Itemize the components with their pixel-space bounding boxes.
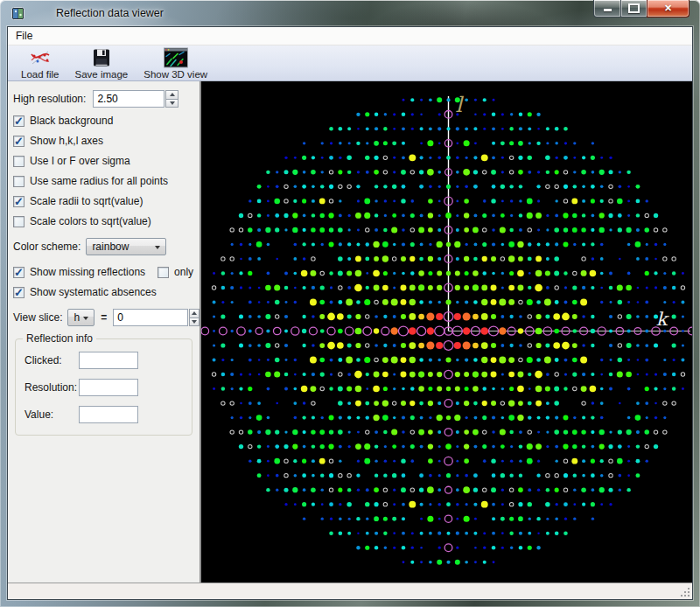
missing-only-checkbox[interactable] xyxy=(158,267,169,278)
statusbar xyxy=(8,583,692,599)
view-slice-axis-select[interactable]: h xyxy=(67,309,94,326)
color-scheme-select[interactable]: rainbow xyxy=(86,238,166,255)
value-field[interactable] xyxy=(79,406,138,423)
checkbox-label: Scale colors to sqrt(value) xyxy=(30,215,151,227)
resolution-field[interactable] xyxy=(79,379,138,396)
reflection-info-title: Reflection info xyxy=(23,332,96,345)
checkbox-scale-radii[interactable]: Scale radii to sqrt(value) xyxy=(13,195,200,207)
color-scheme-label: Color scheme: xyxy=(13,241,80,253)
i-over-sigma-checkbox[interactable] xyxy=(13,156,24,167)
equals-sign: = xyxy=(101,311,107,324)
checkbox-label: Show h,k,l axes xyxy=(30,135,103,147)
checkbox-show-missing[interactable]: Show missing reflections only xyxy=(13,266,200,278)
menubar: File xyxy=(8,27,692,45)
view-slice-stepper[interactable] xyxy=(189,309,200,326)
checkbox-label: Show systematic absences xyxy=(30,286,157,298)
toolbar: Load file Save image xyxy=(8,45,692,81)
checkbox-label: Scale radii to sqrt(value) xyxy=(30,195,143,207)
high-resolution-label: High resolution: xyxy=(13,93,86,105)
checkbox-label: Use same radius for all points xyxy=(30,175,168,187)
load-file-button[interactable]: Load file xyxy=(13,45,66,80)
save-image-icon xyxy=(90,47,113,68)
show-absences-checkbox[interactable] xyxy=(13,287,24,298)
checkbox-label: Show missing reflections xyxy=(30,266,145,278)
value-label: Value: xyxy=(24,408,79,421)
checkbox-label: Black background xyxy=(30,115,113,127)
maximize-icon xyxy=(628,3,640,13)
maximize-button[interactable] xyxy=(620,0,648,17)
resolution-label: Resolution: xyxy=(24,381,79,394)
resize-grip[interactable] xyxy=(680,587,690,597)
checkbox-i-over-sigma[interactable]: Use I or F over sigma xyxy=(13,155,200,167)
app-window: Reflection data viewer ✕ File Load file xyxy=(0,0,700,607)
clicked-field[interactable] xyxy=(79,352,138,369)
clicked-label: Clicked: xyxy=(24,354,79,366)
checkbox-same-radius[interactable]: Use same radius for all points xyxy=(13,175,200,187)
minimize-icon xyxy=(604,9,612,11)
scale-colors-checkbox[interactable] xyxy=(13,216,24,227)
control-panel: High resolution: Black background Show h… xyxy=(8,81,201,583)
close-button[interactable]: ✕ xyxy=(647,0,690,17)
high-resolution-stepper[interactable] xyxy=(165,90,178,108)
close-icon: ✕ xyxy=(664,3,672,13)
tool-btn-label: Show 3D view xyxy=(144,69,207,80)
checkbox-show-hkl-axes[interactable]: Show h,k,l axes xyxy=(13,135,200,147)
checkbox-label: Use I or F over sigma xyxy=(30,155,130,167)
app-icon xyxy=(11,7,24,20)
view-slice-input[interactable] xyxy=(113,309,188,326)
checkbox-label: only xyxy=(174,266,193,278)
color-scheme-value: rainbow xyxy=(92,241,129,253)
reflection-info-group: Reflection info Clicked: Resolution: Val… xyxy=(15,338,192,436)
checkbox-show-absences[interactable]: Show systematic absences xyxy=(13,286,200,298)
reflection-canvas[interactable]: lk xyxy=(201,81,692,583)
view-slice-axis-value: h xyxy=(74,311,80,324)
checkbox-black-background[interactable]: Black background xyxy=(13,115,200,127)
show-hkl-axes-checkbox[interactable] xyxy=(13,136,24,147)
reflection-plot[interactable]: lk xyxy=(201,81,692,583)
menu-item-file[interactable]: File xyxy=(8,28,40,44)
save-image-button[interactable]: Save image xyxy=(66,45,136,80)
svg-text:k: k xyxy=(656,309,669,330)
tool-btn-label: Save image xyxy=(74,69,128,80)
minimize-button[interactable] xyxy=(593,0,621,17)
checkbox-scale-colors[interactable]: Scale colors to sqrt(value) xyxy=(13,215,200,227)
load-file-icon xyxy=(29,47,52,68)
show-3d-view-icon xyxy=(164,47,188,68)
view-slice-label: View slice: xyxy=(13,311,62,324)
black-background-checkbox[interactable] xyxy=(13,115,24,127)
titlebar[interactable]: Reflection data viewer ✕ xyxy=(0,0,700,26)
scale-radii-checkbox[interactable] xyxy=(13,196,24,207)
window-title: Reflection data viewer xyxy=(56,7,164,19)
show-3d-view-button[interactable]: Show 3D view xyxy=(136,45,215,80)
high-resolution-input[interactable] xyxy=(93,90,164,108)
tool-btn-label: Load file xyxy=(21,69,59,80)
same-radius-checkbox[interactable] xyxy=(13,176,24,187)
show-missing-checkbox[interactable] xyxy=(13,267,24,278)
